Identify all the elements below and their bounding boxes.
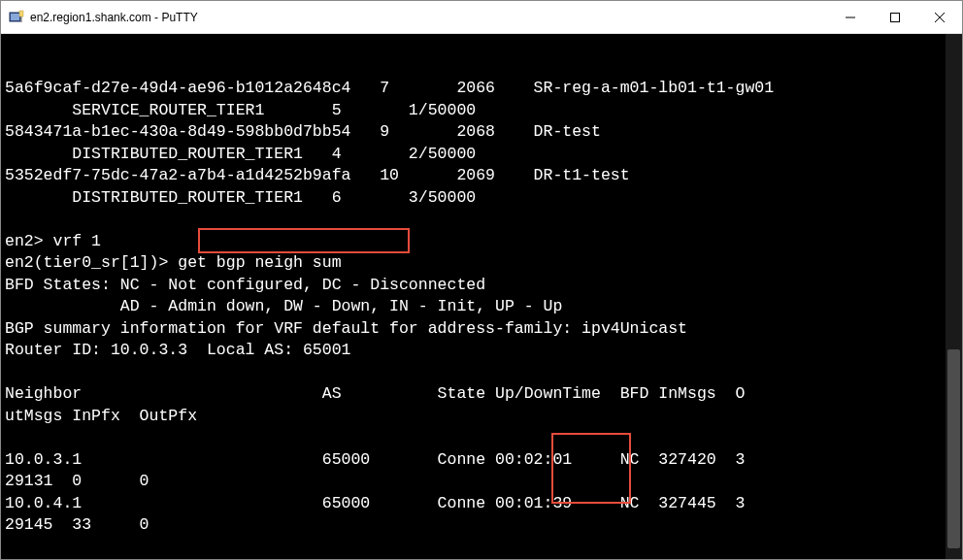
putty-icon — [9, 10, 24, 25]
window-controls — [828, 1, 962, 33]
terminal-line: 5352edf7-75dc-47a2-a7b4-a1d4252b9afa 10 … — [5, 166, 630, 184]
terminal-line: en2> vrf 1 — [5, 232, 101, 250]
terminal-line: 5843471a-b1ec-430a-8d49-598bb0d7bb54 9 2… — [5, 122, 601, 141]
maximize-button[interactable] — [873, 1, 917, 33]
scrollbar[interactable] — [946, 34, 962, 559]
terminal-line: Router ID: 10.0.3.3 Local AS: 65001 — [5, 341, 350, 359]
svg-rect-1 — [11, 14, 19, 20]
svg-rect-2 — [19, 11, 23, 16]
terminal-line: BGP summary information for VRF default … — [5, 319, 687, 338]
window-title: en2.region1.shank.com - PuTTY — [30, 11, 828, 24]
terminal-prompt: en2(tier0_sr[1])> — [5, 253, 178, 272]
scrollbar-thumb[interactable] — [947, 349, 960, 549]
terminal-line: 10.0.4.1 65000 Conne 00:01:39 NC 327445 … — [5, 494, 745, 512]
titlebar[interactable]: en2.region1.shank.com - PuTTY — [1, 1, 962, 34]
putty-window: en2.region1.shank.com - PuTTY 5a6f9caf-d… — [0, 0, 963, 560]
terminal-line: SERVICE_ROUTER_TIER1 5 1/50000 — [5, 101, 476, 119]
terminal-content: 5a6f9caf-d27e-49d4-ae96-b1012a2648c4 7 2… — [5, 78, 958, 559]
close-button[interactable] — [917, 1, 962, 33]
terminal-line: 29145 33 0 — [5, 515, 149, 534]
terminal[interactable]: 5a6f9caf-d27e-49d4-ae96-b1012a2648c4 7 2… — [1, 34, 962, 559]
terminal-line: 29131 0 0 — [5, 472, 149, 490]
terminal-command-highlighted: get bgp neigh sum — [178, 253, 341, 272]
terminal-line: Neighbor AS State Up/DownTime BFD InMsgs… — [5, 384, 745, 403]
terminal-line: utMsgs InPfx OutPfx — [5, 407, 197, 425]
terminal-line: DISTRIBUTED_ROUTER_TIER1 6 3/50000 — [5, 188, 476, 207]
terminal-line: DISTRIBUTED_ROUTER_TIER1 4 2/50000 — [5, 145, 476, 163]
terminal-line: AD - Admin down, DW - Down, IN - Init, U… — [5, 297, 562, 315]
terminal-line: 10.0.3.1 65000 Conne 00:02:01 NC 327420 … — [5, 450, 745, 469]
svg-rect-5 — [891, 13, 900, 21]
terminal-line: BFD States: NC - Not configured, DC - Di… — [5, 276, 485, 294]
minimize-button[interactable] — [828, 1, 873, 33]
terminal-line: 5a6f9caf-d27e-49d4-ae96-b1012a2648c4 7 2… — [5, 79, 774, 97]
